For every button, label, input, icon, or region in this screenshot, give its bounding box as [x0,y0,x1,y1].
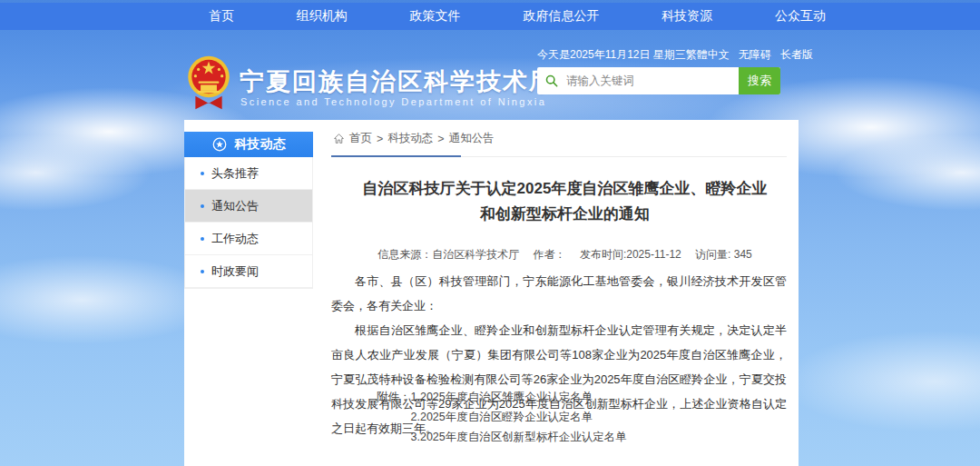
main-content-panel: 科技动态 头条推荐 通知公告 工作动态 时政要闻 [184,120,799,466]
bullet-dot-icon [201,172,204,175]
nav-item-policy[interactable]: 政策文件 [410,8,461,25]
attachments-label: 附件： [377,387,411,447]
article-title: 自治区科技厅关于认定2025年度自治区雏鹰企业、瞪羚企业 和创新型标杆企业的通知 [331,176,799,227]
nav-item-organization[interactable]: 组织机构 [297,8,348,25]
attachment-link-1[interactable]: 1.2025年度自治区雏鹰企业认定名单 [411,387,627,407]
breadcrumb-separator: > [437,133,444,145]
search-bar: 搜索 [537,67,780,94]
bullet-dot-icon [201,270,204,273]
sidebar-item-label: 头条推荐 [211,165,259,182]
sidebar-item-current-affairs[interactable]: 时政要闻 [185,255,312,288]
breadcrumb-separator: > [377,133,383,145]
nav-item-interaction[interactable]: 公众互动 [775,8,826,25]
meta-author: 作者： [534,248,566,261]
accessibility-link[interactable]: 无障碍 [739,47,771,63]
nav-item-resources[interactable]: 科技资源 [662,8,712,25]
nav-item-gov-info[interactable]: 政府信息公开 [523,8,599,25]
top-navigation: 首页 组织机构 政策文件 政府信息公开 科技资源 公众互动 [0,3,980,30]
today-date-text: 今天是2025年11月12日 星期三 [537,47,686,63]
sidebar-header: 科技动态 [184,132,313,157]
meta-views: 访问量: 345 [695,248,752,261]
sidebar-title: 科技动态 [235,136,286,153]
search-icon [545,74,558,87]
home-icon [333,133,345,144]
article-paragraph: 各市、县（区）科技管理部门，宁东能源化工基地管委会，银川经济技术开发区管委会，各… [331,269,787,318]
article-title-line2: 和创新型标杆企业的通知 [331,202,799,227]
elderly-version-link[interactable]: 长者版 [780,47,813,63]
sidebar-item-label: 工作动态 [211,231,259,247]
sidebar-item-notices[interactable]: 通知公告 [185,190,312,223]
bullet-dot-icon [201,204,204,208]
star-circle-icon [212,137,227,152]
attachments-block: 附件： 1.2025年度自治区雏鹰企业认定名单 2.2025年度自治区瞪羚企业认… [377,387,627,447]
article-title-line1: 自治区科技厅关于认定2025年度自治区雏鹰企业、瞪羚企业 [331,176,799,202]
search-input[interactable] [564,74,739,88]
article-meta: 信息来源：自治区科学技术厅 作者： 发布时间:2025-11-12 访问量: 3… [331,247,799,263]
sidebar-item-headlines[interactable]: 头条推荐 [185,157,312,190]
sidebar-item-label: 时政要闻 [211,263,259,280]
search-button[interactable]: 搜索 [739,67,780,94]
sidebar-item-label: 通知公告 [211,198,259,214]
national-emblem-logo [185,55,232,111]
meta-publish-time: 发布时间:2025-11-12 [580,248,681,261]
breadcrumb: 首页 > 科技动态 > 通知公告 [333,131,495,146]
site-title: 宁夏回族自治区科学技术厅 [240,65,555,98]
attachment-link-3[interactable]: 3.2025年度自治区创新型标杆企业认定名单 [411,427,627,447]
attachment-link-2[interactable]: 2.2025年度自治区瞪羚企业认定名单 [411,407,627,427]
breadcrumb-notices[interactable]: 通知公告 [449,131,495,146]
sidebar: 科技动态 头条推荐 通知公告 工作动态 时政要闻 [184,132,313,289]
sidebar-item-work-trends[interactable]: 工作动态 [185,223,312,255]
site-subtitle: Science and Technology Department of Nin… [240,96,546,107]
breadcrumb-tech-news[interactable]: 科技动态 [387,131,433,146]
meta-source: 信息来源：自治区科学技术厅 [377,248,519,261]
breadcrumb-divider [331,156,787,157]
traditional-chinese-link[interactable]: 繁體中文 [686,47,730,63]
breadcrumb-home[interactable]: 首页 [349,131,372,146]
nav-item-home[interactable]: 首页 [209,8,234,25]
bullet-dot-icon [201,237,204,241]
